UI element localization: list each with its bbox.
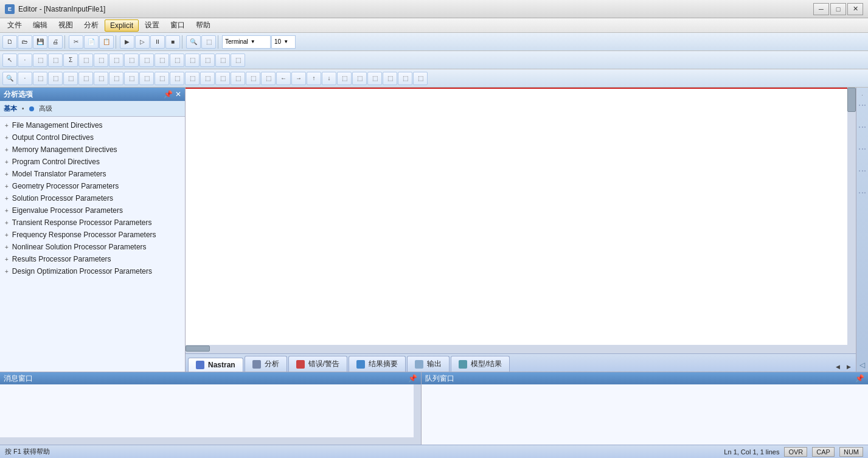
message-scrollbar-h[interactable] [0, 437, 414, 445]
tb2-2[interactable]: · [18, 54, 32, 67]
strip-handle[interactable]: ◁ [859, 361, 865, 369]
tab-nav-left[interactable]: ◀ [833, 362, 842, 372]
tree-item-transient[interactable]: + Transient Response Processor Parameter… [0, 217, 185, 229]
tree-item-output-control[interactable]: + Output Control Directives [0, 131, 185, 144]
tb2-9[interactable]: ⬚ [124, 54, 139, 67]
tb3-12[interactable]: ⬚ [170, 72, 184, 85]
tb-run4[interactable]: ■ [165, 35, 180, 49]
tb3-20[interactable]: → [291, 72, 306, 85]
tab-basic[interactable]: 基本 [4, 104, 17, 113]
editor-tab-nastran[interactable]: Nastran [188, 358, 243, 372]
tb-search[interactable]: 🔍 [186, 35, 201, 49]
tb3-8[interactable]: ⬚ [109, 72, 123, 85]
tb-run1[interactable]: ▶ [120, 35, 134, 49]
editor-scrollbar-vertical[interactable] [847, 88, 856, 353]
tb-open[interactable]: 🗁 [18, 35, 32, 49]
tb3-19[interactable]: ← [276, 72, 291, 85]
tb3-11[interactable]: ⬚ [155, 72, 169, 85]
minimize-button[interactable]: ─ [813, 3, 829, 15]
menu-window[interactable]: 窗口 [165, 19, 190, 32]
strip-btn-1[interactable]: · [858, 90, 867, 100]
tb3-13[interactable]: ⬚ [185, 72, 200, 85]
tb2-15[interactable]: ⬚ [215, 54, 230, 67]
tb3-18[interactable]: ⬚ [261, 72, 276, 85]
tree-item-eigenvalue[interactable]: + Eigenvalue Processor Parameters [0, 204, 185, 217]
message-scrollbar-v[interactable] [414, 384, 421, 445]
tb3-2[interactable]: · [18, 72, 32, 85]
tb3-14[interactable]: ⬚ [200, 72, 215, 85]
scrollbar-thumb-h[interactable] [186, 345, 210, 352]
tree-item-frequency[interactable]: + Frequency Response Processor Parameter… [0, 229, 185, 241]
tb3-22[interactable]: ↓ [322, 72, 336, 85]
menu-analysis[interactable]: 分析 [79, 19, 103, 32]
tb3-21[interactable]: ↑ [307, 72, 321, 85]
tb3-26[interactable]: ⬚ [383, 72, 397, 85]
panel-pin[interactable]: 📌 [164, 90, 173, 99]
tb2-12[interactable]: ⬚ [170, 54, 184, 67]
tree-item-memory-management[interactable]: + Memory Management Directives [0, 144, 185, 156]
tb2-1[interactable]: ↖ [2, 54, 17, 67]
tb3-3[interactable]: ⬚ [33, 72, 47, 85]
tree-item-program-control[interactable]: + Program Control Directives [0, 156, 185, 168]
tb3-16[interactable]: ⬚ [231, 72, 245, 85]
tree-item-solution-processor[interactable]: + Solution Processor Parameters [0, 192, 185, 204]
panel-close[interactable]: ✕ [175, 90, 181, 99]
tb3-7[interactable]: ⬚ [94, 72, 108, 85]
menu-edit[interactable]: 编辑 [28, 19, 52, 32]
menu-explicit[interactable]: Explicit [105, 19, 139, 32]
tree-item-model-translator[interactable]: + Model Translator Parameters [0, 168, 185, 180]
tree-item-results[interactable]: + Results Processor Parameters [0, 253, 185, 265]
tab-advanced[interactable]: 高级 [39, 104, 52, 113]
tree-item-nonlinear[interactable]: + Nonlinear Solution Processor Parameter… [0, 241, 185, 253]
font-size-dropdown[interactable]: 10 ▼ [271, 35, 296, 49]
scrollbar-thumb-v[interactable] [847, 88, 856, 112]
tb3-9[interactable]: ⬚ [124, 72, 139, 85]
tree-item-file-management[interactable]: + File Management Directives [0, 119, 185, 131]
tb3-4[interactable]: ⬚ [48, 72, 63, 85]
tb2-6[interactable]: ⬚ [78, 54, 93, 67]
close-button[interactable]: ✕ [847, 3, 863, 15]
tb-paste[interactable]: 📋 [99, 35, 114, 49]
message-panel-pin[interactable]: 📌 [408, 374, 417, 383]
menu-file[interactable]: 文件 [2, 19, 27, 32]
tb3-17[interactable]: ⬚ [246, 72, 260, 85]
queue-panel-pin[interactable]: 📌 [855, 374, 864, 383]
tb3-27[interactable]: ⬚ [398, 72, 412, 85]
tb3-24[interactable]: ⬚ [352, 72, 367, 85]
tb2-16[interactable]: ⬚ [231, 54, 245, 67]
tb2-14[interactable]: ⬚ [200, 54, 215, 67]
tb2-7[interactable]: ⬚ [94, 54, 108, 67]
editor-scrollbar-horizontal[interactable] [186, 345, 847, 353]
tb-new[interactable]: 🗋 [2, 35, 17, 49]
tb2-5[interactable]: Σ [63, 54, 78, 67]
editor-tab-errors[interactable]: 错误/警告 [288, 356, 347, 372]
editor-tab-analysis[interactable]: 分析 [245, 356, 287, 372]
tb2-11[interactable]: ⬚ [155, 54, 169, 67]
tb-run3[interactable]: ⏸ [150, 35, 165, 49]
tb3-25[interactable]: ⬚ [367, 72, 382, 85]
tb-copy[interactable]: 📄 [84, 35, 99, 49]
tb3-10[interactable]: ⬚ [139, 72, 154, 85]
maximize-button[interactable]: □ [830, 3, 846, 15]
tree-item-geometry-processor[interactable]: + Geometry Processor Parameters [0, 180, 185, 192]
tree-item-design-opt[interactable]: + Design Optimization Processor Paramete… [0, 265, 185, 277]
font-family-dropdown[interactable]: Terminal ▼ [222, 35, 271, 49]
tb2-13[interactable]: ⬚ [185, 54, 200, 67]
tb3-1[interactable]: 🔍 [2, 72, 17, 85]
tb3-15[interactable]: ⬚ [215, 72, 230, 85]
tb-print[interactable]: 🖨 [48, 35, 63, 49]
menu-help[interactable]: 帮助 [191, 19, 215, 32]
menu-settings[interactable]: 设置 [140, 19, 164, 32]
tb2-3[interactable]: ⬚ [33, 54, 47, 67]
tb3-5[interactable]: ⬚ [63, 72, 78, 85]
tb2-8[interactable]: ⬚ [109, 54, 123, 67]
tb2-4[interactable]: ⬚ [48, 54, 63, 67]
editor-textarea[interactable] [186, 88, 856, 353]
tb3-23[interactable]: ⬚ [337, 72, 352, 85]
tb3-28[interactable]: ⬚ [413, 72, 428, 85]
tb3-6[interactable]: ⬚ [78, 72, 93, 85]
editor-tab-summary[interactable]: 结果摘要 [349, 356, 406, 372]
tb-save[interactable]: 💾 [33, 35, 47, 49]
tb-run2[interactable]: ▷ [135, 35, 150, 49]
menu-view[interactable]: 视图 [54, 19, 78, 32]
